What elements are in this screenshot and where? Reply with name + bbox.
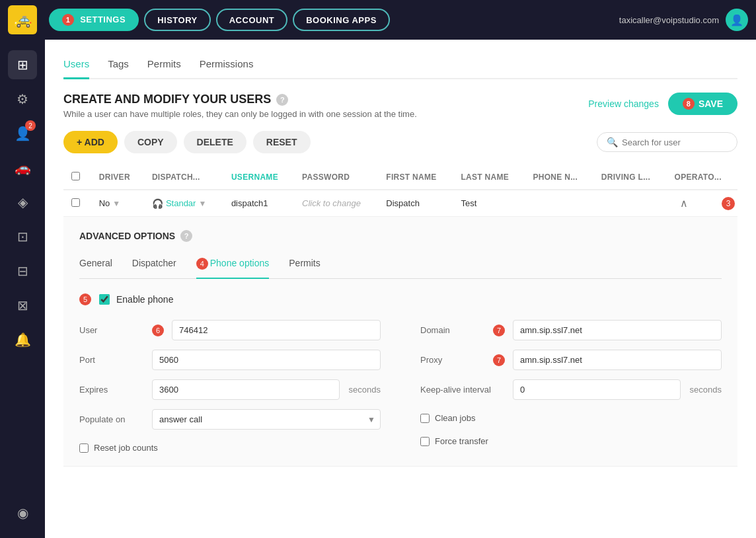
- user-input[interactable]: [172, 320, 381, 340]
- tab-permits[interactable]: Permits: [147, 53, 181, 79]
- advanced-tab-permits[interactable]: Permits: [289, 254, 320, 279]
- enable-phone-checkbox[interactable]: [99, 294, 110, 305]
- populate-label: Populate on: [79, 414, 145, 424]
- sidebar-item-routes[interactable]: ◈: [8, 188, 37, 217]
- tab-tags[interactable]: Tags: [108, 53, 129, 79]
- sidebar-item-monitor[interactable]: ⊡: [8, 222, 37, 251]
- delete-button[interactable]: DELETE: [184, 131, 246, 153]
- copy-button[interactable]: COPY: [124, 131, 177, 153]
- tab-users[interactable]: Users: [63, 53, 89, 79]
- header-actions: Preview changes 8 SAVE: [588, 93, 737, 115]
- populate-field-row: Populate on answer call incoming call ou…: [79, 409, 381, 430]
- advanced-title: ADVANCED OPTIONS ?: [79, 230, 722, 242]
- expires-unit: seconds: [349, 385, 381, 395]
- sidebar-item-settings[interactable]: ⚙: [8, 85, 37, 114]
- col-username: USERNAME: [223, 165, 294, 190]
- save-button[interactable]: 8 SAVE: [668, 93, 737, 115]
- keepalive-field-row: Keep-alive interval seconds: [420, 379, 722, 400]
- enable-phone-row: 5 Enable phone: [79, 293, 722, 305]
- advanced-help-icon[interactable]: ?: [180, 230, 192, 242]
- tab-permissions[interactable]: Permissions: [200, 53, 254, 79]
- col-password: PASSWORD: [294, 165, 378, 190]
- sidebar-item-bell[interactable]: 🔔: [8, 325, 37, 354]
- row-badge-3: 3: [722, 197, 735, 210]
- account-label: ACCOUNT: [229, 15, 275, 25]
- domain-label: Domain: [420, 325, 486, 335]
- phone-tab-badge: 4: [196, 258, 208, 270]
- advanced-options-section: ADVANCED OPTIONS ? General Dispatcher 4P…: [63, 217, 737, 467]
- force-transfer-checkbox[interactable]: [420, 437, 430, 446]
- advanced-tabs: General Dispatcher 4Phone options Permit…: [79, 254, 722, 279]
- reset-job-counts-checkbox[interactable]: [79, 443, 89, 453]
- logo[interactable]: 🚕: [8, 5, 37, 34]
- port-field-row: Port: [79, 350, 381, 370]
- logo-icon: 🚕: [14, 11, 32, 28]
- proxy-field-row: Proxy 7: [420, 350, 722, 370]
- main-tabs: Users Tags Permits Permissions: [63, 53, 737, 79]
- col-lastname: LAST NAME: [453, 165, 525, 190]
- form-right-col: Domain 7 Proxy 7 Keep-alive interval sec…: [420, 320, 722, 453]
- user-field-badge: 6: [152, 325, 164, 336]
- row-password[interactable]: Click to change: [294, 190, 378, 217]
- save-badge: 8: [683, 98, 695, 110]
- history-label: HISTORY: [157, 15, 198, 25]
- sidebar-item-driver[interactable]: ⊠: [8, 291, 37, 320]
- row-driving: [593, 190, 667, 217]
- user-field-row: User 6: [79, 320, 381, 340]
- user-avatar[interactable]: 👤: [726, 9, 748, 31]
- expires-label: Expires: [79, 385, 145, 395]
- add-button[interactable]: + ADD: [63, 131, 118, 153]
- sidebar-item-fleet[interactable]: ⊟: [8, 256, 37, 286]
- reset-job-counts-row: Reset job counts: [79, 443, 381, 453]
- clean-jobs-checkbox[interactable]: [420, 414, 430, 423]
- port-input[interactable]: [152, 350, 381, 370]
- port-label: Port: [79, 355, 145, 365]
- row-operator: 3 ∧: [667, 190, 737, 217]
- nav-settings[interactable]: 1 SETTINGS: [49, 9, 139, 31]
- sidebar-item-dashboard[interactable]: ⊞: [8, 50, 37, 79]
- preview-button[interactable]: Preview changes: [588, 98, 659, 109]
- topbar: 🚕 1 SETTINGS HISTORY ACCOUNT BOOKING APP…: [0, 0, 756, 40]
- populate-select-wrap: answer call incoming call outgoing call …: [152, 409, 381, 430]
- page-help-icon[interactable]: ?: [276, 94, 288, 106]
- col-checkbox: [63, 165, 91, 190]
- page-title: CREATE AND MODIFY YOUR USERS ?: [63, 93, 417, 106]
- reset-button[interactable]: RESET: [253, 131, 311, 153]
- col-firstname: FIRST NAME: [378, 165, 453, 190]
- row-checkbox[interactable]: [71, 198, 80, 207]
- users-badge: 2: [25, 120, 36, 131]
- sidebar-item-users[interactable]: 👤 2: [8, 119, 37, 148]
- row-checkbox-cell: [63, 190, 91, 217]
- populate-select[interactable]: answer call incoming call outgoing call …: [152, 409, 381, 430]
- keepalive-input[interactable]: [513, 379, 681, 400]
- domain-input[interactable]: [513, 320, 722, 340]
- search-input[interactable]: [622, 137, 728, 147]
- row-phone: [525, 190, 593, 217]
- search-box: 🔍: [597, 132, 737, 152]
- advanced-tab-general[interactable]: General: [79, 254, 112, 279]
- sidebar-item-dispatch[interactable]: 🚗: [8, 153, 37, 182]
- sidebar-item-more[interactable]: ◉: [8, 498, 37, 527]
- reset-job-counts-label: Reset job counts: [94, 443, 158, 453]
- proxy-input[interactable]: [513, 350, 722, 370]
- col-driver: DRIVER: [91, 165, 144, 190]
- form-left-col: User 6 Port Expires seconds Populat: [79, 320, 381, 453]
- col-operator: OPERATO...: [667, 165, 737, 190]
- domain-field-badge: 7: [493, 325, 505, 336]
- nav-account[interactable]: ACCOUNT: [216, 9, 288, 31]
- row-firstname: Dispatch: [378, 190, 453, 217]
- clean-jobs-label: Clean jobs: [435, 413, 475, 423]
- dispatch-dropdown-icon[interactable]: ▼: [198, 199, 206, 208]
- expires-input[interactable]: [152, 379, 340, 400]
- advanced-tab-phone[interactable]: 4Phone options: [196, 254, 270, 279]
- nav-booking[interactable]: BOOKING APPS: [293, 9, 390, 31]
- advanced-tab-dispatcher[interactable]: Dispatcher: [132, 254, 176, 279]
- row-lastname: Test: [453, 190, 525, 217]
- select-all-checkbox[interactable]: [71, 172, 80, 180]
- enable-phone-label: Enable phone: [116, 294, 173, 305]
- page-header: CREATE AND MODIFY YOUR USERS ? While a u…: [63, 93, 737, 119]
- user-email: taxicaller@voipstudio.com: [619, 15, 719, 25]
- driver-dropdown-icon[interactable]: ▼: [112, 199, 120, 208]
- row-expand-button[interactable]: ∧: [680, 197, 688, 210]
- nav-history[interactable]: HISTORY: [144, 9, 211, 31]
